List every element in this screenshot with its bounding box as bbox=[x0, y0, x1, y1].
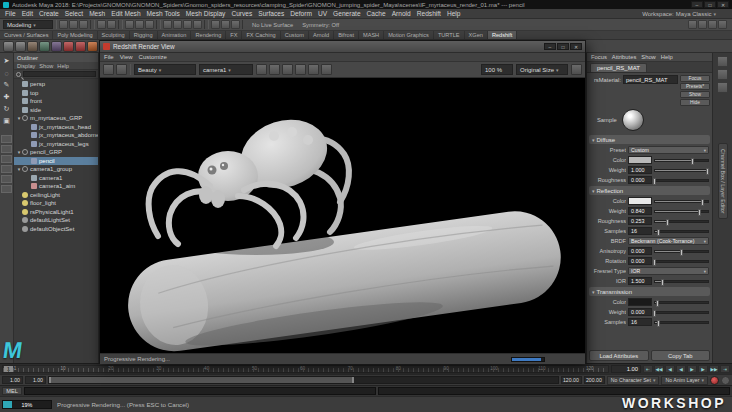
outliner-item-persp[interactable]: persp bbox=[14, 80, 98, 89]
render-view-minimize-button[interactable]: – bbox=[544, 43, 556, 50]
slider-handle[interactable] bbox=[657, 320, 660, 327]
outliner-menu-show[interactable]: Show bbox=[39, 63, 53, 69]
attr-field-ior[interactable]: 1.500 bbox=[628, 277, 652, 285]
attr-field-weight[interactable]: 1.000 bbox=[628, 166, 652, 174]
shelf-tab-mash[interactable]: MASH bbox=[359, 31, 384, 39]
shelf-icon-6[interactable] bbox=[63, 41, 74, 52]
attribute-editor-icon[interactable] bbox=[698, 20, 707, 29]
shelf-tab-fx-caching[interactable]: FX Caching bbox=[242, 31, 280, 39]
undo-icon[interactable] bbox=[97, 20, 106, 29]
outliner-item-defaultlightset[interactable]: defaultLightSet bbox=[14, 216, 98, 225]
shelf-tab-rigging[interactable]: Rigging bbox=[130, 31, 158, 39]
step-back-frame-icon[interactable]: ◀◀ bbox=[654, 365, 664, 373]
render-view-titlebar[interactable]: Redshift Render View –□✕ bbox=[100, 41, 585, 53]
render-view-menu-view[interactable]: View bbox=[120, 54, 133, 60]
section-header-reflection[interactable]: Reflection bbox=[589, 186, 710, 195]
shelf-icon-5[interactable] bbox=[51, 41, 62, 52]
stop-render-icon[interactable] bbox=[269, 64, 280, 75]
outliner-item-pencil[interactable]: pencil bbox=[14, 157, 98, 166]
slider-handle[interactable] bbox=[657, 229, 660, 236]
ae-menu-attributes[interactable]: Attributes bbox=[612, 54, 637, 60]
shelf-tab-sculpting[interactable]: Sculpting bbox=[98, 31, 130, 39]
attr-slider-ior[interactable] bbox=[654, 280, 709, 283]
open-scene-icon[interactable] bbox=[69, 20, 78, 29]
shelf-tab-animation[interactable]: Animation bbox=[158, 31, 192, 39]
animation-preferences-icon[interactable] bbox=[721, 376, 730, 385]
window-maximize-button[interactable]: □ bbox=[704, 1, 716, 8]
channel-box-icon[interactable] bbox=[717, 82, 728, 93]
rotate-tool[interactable]: ↻ bbox=[1, 103, 13, 115]
shelf-tab-motion-graphics[interactable]: Motion Graphics bbox=[384, 31, 434, 39]
render-view-maximize-button[interactable]: □ bbox=[557, 43, 569, 50]
anim-layer-dropdown[interactable]: No Anim Layer bbox=[661, 376, 708, 385]
play-forwards-icon[interactable]: ▶ bbox=[687, 365, 697, 373]
outliner-item-ceilinglight[interactable]: ceilingLight bbox=[14, 191, 98, 200]
workspace-selector[interactable]: Workspace: Maya Classic bbox=[642, 11, 730, 17]
slider-handle[interactable] bbox=[691, 158, 694, 165]
menu-select[interactable]: Select bbox=[62, 10, 86, 17]
shelf-tab-arnold[interactable]: Arnold bbox=[309, 31, 334, 39]
lasso-select-tool[interactable]: ◌ bbox=[1, 67, 13, 79]
ae-button-presets[interactable]: Presets* bbox=[680, 83, 710, 90]
attr-field-roughness[interactable]: 0.253 bbox=[628, 217, 652, 225]
load-image-icon[interactable] bbox=[116, 64, 127, 75]
attr-field-samples[interactable]: 16 bbox=[628, 318, 652, 326]
menu-create[interactable]: Create bbox=[36, 10, 62, 17]
auto-keyframe-toggle-icon[interactable] bbox=[710, 376, 719, 385]
snap-point-icon[interactable] bbox=[183, 20, 192, 29]
character-set-dropdown[interactable]: No Character Set bbox=[607, 376, 660, 385]
outliner-item-top[interactable]: top bbox=[14, 89, 98, 98]
menu-mesh-display[interactable]: Mesh Display bbox=[183, 10, 229, 17]
region-render-icon[interactable] bbox=[282, 64, 293, 75]
slider-handle[interactable] bbox=[680, 249, 683, 256]
snapshot-icon[interactable] bbox=[295, 64, 306, 75]
range-slider-handle-bar[interactable] bbox=[49, 377, 354, 383]
attr-field-rotation[interactable]: 0.000 bbox=[628, 257, 652, 265]
outliner-item-m-myrtaceus-grp[interactable]: ▾m_myrtaceus_GRP bbox=[14, 114, 98, 123]
shelf-icon-2[interactable] bbox=[15, 41, 26, 52]
menu-redshift[interactable]: Redshift bbox=[414, 10, 444, 17]
attr-field-weight[interactable]: 0.000 bbox=[628, 308, 652, 316]
material-name-field[interactable]: pencil_RS_MAT bbox=[623, 75, 678, 84]
tool-settings-icon[interactable] bbox=[717, 69, 728, 80]
outliner-search-input[interactable] bbox=[23, 71, 96, 77]
ae-menu-show[interactable]: Show bbox=[641, 54, 656, 60]
attr-slider-color[interactable] bbox=[654, 301, 709, 304]
slider-handle[interactable] bbox=[661, 279, 664, 286]
paint-select-tool[interactable]: ✎ bbox=[1, 79, 13, 91]
dock-icon[interactable] bbox=[321, 64, 332, 75]
render-camera-dropdown[interactable]: camera1 bbox=[199, 64, 253, 75]
menu-edit-mesh[interactable]: Edit Mesh bbox=[108, 10, 143, 17]
range-slider-track[interactable] bbox=[48, 376, 559, 384]
uv-editor-layout[interactable] bbox=[1, 185, 12, 193]
menu-mesh[interactable]: Mesh bbox=[86, 10, 108, 17]
shelf-icon-1[interactable] bbox=[3, 41, 14, 52]
render-view-close-button[interactable]: ✕ bbox=[570, 43, 582, 50]
select-object-icon[interactable] bbox=[135, 20, 144, 29]
outliner-item-camera1-aim[interactable]: camera1_aim bbox=[14, 182, 98, 191]
range-start-field-1[interactable]: 1.00 bbox=[2, 376, 23, 384]
ae-menu-focus[interactable]: Focus bbox=[591, 54, 607, 60]
range-end-field-2[interactable]: 200.00 bbox=[584, 376, 605, 384]
command-language-toggle[interactable]: MEL bbox=[2, 387, 22, 395]
new-scene-icon[interactable] bbox=[59, 20, 68, 29]
channel-box-icon[interactable] bbox=[718, 20, 727, 29]
attr-slider-roughness[interactable] bbox=[654, 220, 709, 223]
attr-field-weight[interactable]: 0.840 bbox=[628, 207, 652, 215]
section-header-diffuse[interactable]: Diffuse bbox=[589, 135, 710, 144]
select-component-icon[interactable] bbox=[145, 20, 154, 29]
color-swatch-color[interactable] bbox=[628, 156, 652, 164]
save-image-icon[interactable] bbox=[103, 64, 114, 75]
attr-slider-color[interactable] bbox=[654, 200, 709, 203]
window-minimize-button[interactable]: – bbox=[691, 1, 703, 8]
shelf-icon-8[interactable] bbox=[87, 41, 98, 52]
channel-box-vertical-tab[interactable]: Channel Box / Layer Editor bbox=[718, 143, 728, 219]
menu-set-dropdown[interactable]: Modeling bbox=[3, 20, 53, 29]
slider-handle[interactable] bbox=[653, 310, 656, 317]
shelf-icon-7[interactable] bbox=[75, 41, 86, 52]
render-view-menu-file[interactable]: File bbox=[104, 54, 114, 60]
attr-slider-weight[interactable] bbox=[654, 210, 709, 213]
range-end-field-1[interactable]: 120.00 bbox=[561, 376, 582, 384]
snap-grid-icon[interactable] bbox=[163, 20, 172, 29]
attr-dropdown-brdf[interactable]: Beckmann (Cook-Torrance) bbox=[628, 237, 709, 245]
